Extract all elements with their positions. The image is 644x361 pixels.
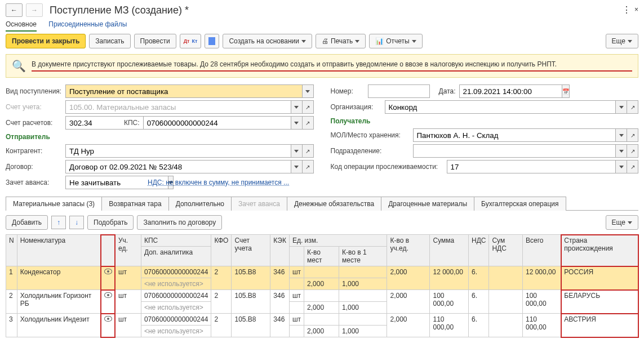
col-vat: НДС <box>468 235 488 266</box>
caret-icon <box>412 40 416 43</box>
lbl-organization: Организация: <box>331 103 381 111</box>
lbl-settle-account: Счет расчетов: <box>6 119 62 127</box>
post-close-button[interactable]: Провести и закрыть <box>6 34 86 48</box>
col-total: Всего <box>523 235 561 266</box>
table-row[interactable]: 1 Конденсатор шт 07060000000000244 2 105… <box>6 266 638 278</box>
col-n: N <box>6 235 17 266</box>
dropdown-button[interactable] <box>616 160 627 173</box>
open-button[interactable]: ↗ <box>303 116 314 130</box>
lbl-receipt-type: Вид поступления: <box>6 87 62 95</box>
pick-button[interactable]: Подобрать <box>87 215 134 230</box>
col-kfo: КФО <box>211 235 232 266</box>
open-button[interactable]: ↗ <box>303 160 314 173</box>
kebab-icon[interactable]: ⋮ <box>622 6 631 15</box>
tab-precious[interactable]: Драгоценные материалы <box>381 197 474 211</box>
col-qtyunit: К-во в уч.ед. <box>387 235 430 266</box>
col-measure2 <box>289 247 304 266</box>
dtkt-icon-button[interactable]: ДтКт <box>180 34 202 48</box>
caret-icon <box>301 40 306 43</box>
open-button[interactable]: ↗ <box>627 160 638 173</box>
toptab-main[interactable]: Основное <box>6 20 37 32</box>
open-button[interactable]: ↗ <box>303 144 314 158</box>
save-button[interactable]: Записать <box>89 34 130 48</box>
open-button[interactable]: ↗ <box>303 100 314 114</box>
contract-input[interactable] <box>65 160 291 173</box>
print-button[interactable]: 🖨 Печать <box>316 34 366 48</box>
tab-tare[interactable]: Возвратная тара <box>101 197 169 211</box>
dropdown-button[interactable] <box>616 100 627 114</box>
mol-input[interactable] <box>413 128 616 142</box>
section-sender: Отправитель <box>6 133 314 141</box>
col-measure: Ед. изм. <box>289 235 387 247</box>
create-from-button[interactable]: Создать на основании <box>223 34 312 48</box>
tab-accounting[interactable]: Бухгалтерская операция <box>474 197 566 211</box>
more2-button[interactable]: Еще <box>606 215 638 230</box>
date-input[interactable] <box>459 84 562 98</box>
move-up-button[interactable]: ↑ <box>51 216 66 229</box>
tab-additional[interactable]: Дополнительно <box>168 197 232 211</box>
open-button[interactable]: ↗ <box>627 144 638 158</box>
dropdown-button[interactable] <box>291 160 303 173</box>
caret-icon <box>628 40 632 43</box>
page-title: Поступление МЗ (создание) * <box>50 5 189 16</box>
lbl-kps: КПС: <box>124 119 140 127</box>
number-input[interactable] <box>368 84 430 98</box>
col-vatsum: Сум НДС <box>489 235 523 266</box>
add-button[interactable]: Добавить <box>6 215 48 230</box>
col-dopanal: Доп. аналитика <box>141 247 211 266</box>
post-button[interactable]: Провести <box>134 34 176 48</box>
reports-button[interactable]: 📊 Отчеты <box>369 34 422 48</box>
lbl-contract: Договор: <box>6 163 62 171</box>
dropdown-button[interactable] <box>303 84 314 98</box>
dropdown-button[interactable] <box>291 116 303 130</box>
col-country: Страна происхождения <box>561 235 638 266</box>
account-input <box>65 100 291 114</box>
col-qtyinplace: К-во в 1 месте <box>339 247 387 266</box>
notice-banner: 🔍 В документе присутствуют прослеживаемы… <box>6 54 638 78</box>
vat-link[interactable]: НДС: не включен в сумму, не принимается … <box>148 179 289 186</box>
trace-notice-icon: 🔍 <box>12 59 26 73</box>
move-down-button[interactable]: ↓ <box>69 216 84 229</box>
col-account: Счет учета <box>232 235 270 266</box>
close-icon[interactable]: × <box>634 6 638 15</box>
lbl-account: Счет учета: <box>6 103 62 111</box>
lbl-subdivision: Подразделение: <box>331 147 410 155</box>
subdivision-input[interactable] <box>413 144 616 158</box>
toptab-files[interactable]: Присоединенные файлы <box>48 20 127 28</box>
dropdown-button[interactable] <box>291 100 303 114</box>
more-button[interactable]: Еще <box>606 34 638 48</box>
items-grid[interactable]: N Номенклатура Уч. ед. КПС КФО Счет учет… <box>6 234 638 337</box>
open-button[interactable]: ↗ <box>627 128 638 142</box>
dropdown-button[interactable] <box>616 128 627 142</box>
lbl-trace-code: Код операции прослеживаемости: <box>331 163 443 171</box>
table-row[interactable]: 2 Холодильник Горизонт РБ шт 07060000000… <box>6 290 638 302</box>
dropdown-button[interactable] <box>616 144 627 158</box>
organization-input[interactable] <box>385 100 616 114</box>
form-icon-button[interactable] <box>205 34 219 48</box>
lbl-counterparty: Контрагент: <box>6 147 62 155</box>
table-row[interactable]: 3 Холодильник Индезит шт 070600000000002… <box>6 314 638 326</box>
lbl-date: Дата: <box>433 87 456 95</box>
trace-code-input[interactable] <box>447 160 616 173</box>
calendar-button[interactable]: 📅 <box>562 84 570 98</box>
nav-fwd-button[interactable]: → <box>26 3 43 17</box>
notice-text: В документе присутствуют прослеживаемые … <box>32 60 632 72</box>
lbl-mol: МОЛ/Место хранения: <box>331 131 410 139</box>
col-unit: Уч. ед. <box>115 235 141 266</box>
nav-back-button[interactable]: ← <box>6 3 23 17</box>
tab-obligations[interactable]: Денежные обязательства <box>287 197 381 211</box>
counterparty-input[interactable] <box>65 144 291 158</box>
trace-eye-icon <box>104 269 112 274</box>
kps-input[interactable] <box>143 116 291 130</box>
fill-contract-button[interactable]: Заполнить по договору <box>137 215 222 230</box>
lbl-number: Номер: <box>331 87 365 95</box>
tab-materials[interactable]: Материальные запасы (3) <box>6 197 102 211</box>
dropdown-button[interactable] <box>291 144 303 158</box>
col-trace-icon <box>101 235 115 266</box>
open-button[interactable]: ↗ <box>627 100 638 114</box>
trace-eye-icon <box>104 292 112 298</box>
caret-icon <box>355 40 359 43</box>
col-sum: Сумма <box>430 235 468 266</box>
receipt-type-input[interactable] <box>65 84 303 98</box>
col-kek: КЭК <box>270 235 290 266</box>
